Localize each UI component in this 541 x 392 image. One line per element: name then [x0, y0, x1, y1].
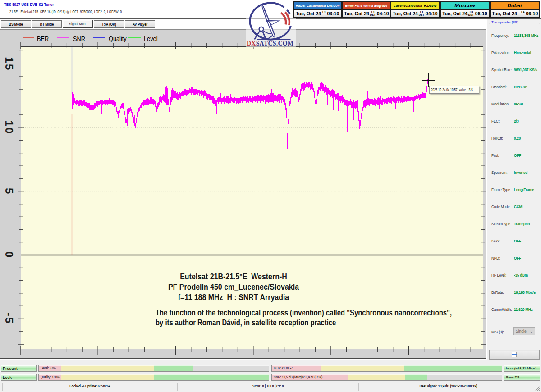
svg-text:DXSATCS.COM: DXSATCS.COM	[247, 40, 293, 47]
